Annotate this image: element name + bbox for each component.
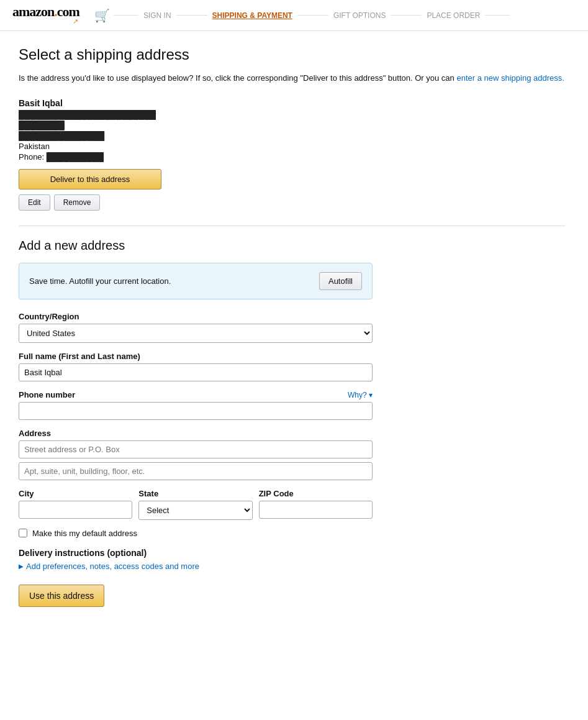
autofill-button[interactable]: Autofill — [319, 272, 362, 290]
remove-address-button[interactable]: Remove — [54, 194, 101, 211]
why-link[interactable]: Why? ▾ — [348, 391, 373, 399]
edit-address-button[interactable]: Edit — [19, 194, 50, 211]
state-select[interactable]: Select AlabamaAlaskaArizonaArkansas Cali… — [138, 501, 252, 520]
zip-label: ZIP Code — [259, 489, 373, 498]
intro-text: Is the address you'd like to use display… — [19, 72, 565, 84]
step-sign-in[interactable]: SIGN IN — [138, 11, 176, 20]
address-phone: Phone: ██████████ — [19, 152, 565, 162]
state-group: State Select AlabamaAlaskaArizonaArkansa… — [138, 489, 252, 520]
state-label: State — [138, 489, 252, 498]
address-line2-input[interactable] — [19, 462, 373, 480]
delivery-instructions-section: Delivery instructions (optional) ▶ Add p… — [19, 548, 373, 571]
fullname-input[interactable] — [19, 363, 373, 381]
fullname-label: Full name (First and Last name) — [19, 352, 373, 361]
city-group: City — [19, 489, 132, 520]
address-line2: ████████ — [19, 121, 565, 130]
address-label: Address — [19, 429, 373, 438]
main-content: Select a shipping address Is the address… — [0, 31, 584, 622]
delivery-expand-link[interactable]: ▶ Add preferences, notes, access codes a… — [19, 562, 373, 571]
default-address-checkbox[interactable] — [19, 529, 27, 537]
existing-address-card: Basit Iqbal ████████████████████████ ███… — [19, 98, 565, 211]
country-label: Country/Region — [19, 312, 373, 321]
step-shipping-payment[interactable]: SHIPPING & PAYMENT — [207, 11, 297, 20]
phone-group: Phone number Why? ▾ — [19, 390, 373, 420]
zip-group: ZIP Code — [259, 489, 373, 520]
phone-label-row: Phone number Why? ▾ — [19, 390, 373, 399]
city-state-zip-group: City State Select AlabamaAlaskaArizonaAr… — [19, 489, 373, 520]
country-region-group: Country/Region United States Canada Unit… — [19, 312, 373, 343]
address-name: Basit Iqbal — [19, 98, 565, 108]
header: amazon.com ↗ 🛒 SIGN IN SHIPPING & PAYMEN… — [0, 0, 588, 31]
address-country: Pakistan — [19, 142, 565, 151]
phone-label: Phone number — [19, 390, 75, 399]
page-title: Select a shipping address — [19, 46, 565, 63]
autofill-banner: Save time. Autofill your current locatio… — [19, 263, 373, 299]
progress-steps: 🛒 SIGN IN SHIPPING & PAYMENT GIFT OPTION… — [94, 8, 510, 23]
use-address-button[interactable]: Use this address — [19, 585, 104, 607]
autofill-text: Save time. Autofill your current locatio… — [29, 276, 171, 286]
phone-input[interactable] — [19, 402, 373, 420]
deliver-to-address-button[interactable]: Deliver to this address — [19, 169, 161, 189]
country-select[interactable]: United States Canada United Kingdom Aust… — [19, 324, 373, 343]
amazon-logo[interactable]: amazon.com ↗ — [12, 5, 79, 25]
section-divider — [19, 226, 565, 226]
zip-input[interactable] — [259, 501, 373, 519]
step-place-order[interactable]: PLACE ORDER — [422, 11, 485, 20]
new-address-section-title: Add a new address — [19, 239, 565, 253]
default-address-row: Make this my default address — [19, 529, 373, 538]
address-line3: ███████████████ — [19, 131, 565, 140]
city-input[interactable] — [19, 501, 132, 519]
city-label: City — [19, 489, 132, 498]
triangle-icon: ▶ — [19, 563, 24, 570]
step-gift-options[interactable]: GIFT OPTIONS — [328, 11, 391, 20]
fullname-group: Full name (First and Last name) — [19, 352, 373, 381]
address-line1-input[interactable] — [19, 440, 373, 458]
address-line1: ████████████████████████ — [19, 110, 565, 119]
cart-icon: 🛒 — [94, 8, 110, 23]
new-address-link[interactable]: enter a new shipping address. — [456, 73, 564, 83]
address-group: Address — [19, 429, 373, 480]
default-address-label[interactable]: Make this my default address — [32, 529, 137, 538]
delivery-instructions-label: Delivery instructions (optional) — [19, 548, 373, 558]
address-actions: Edit Remove — [19, 194, 565, 211]
